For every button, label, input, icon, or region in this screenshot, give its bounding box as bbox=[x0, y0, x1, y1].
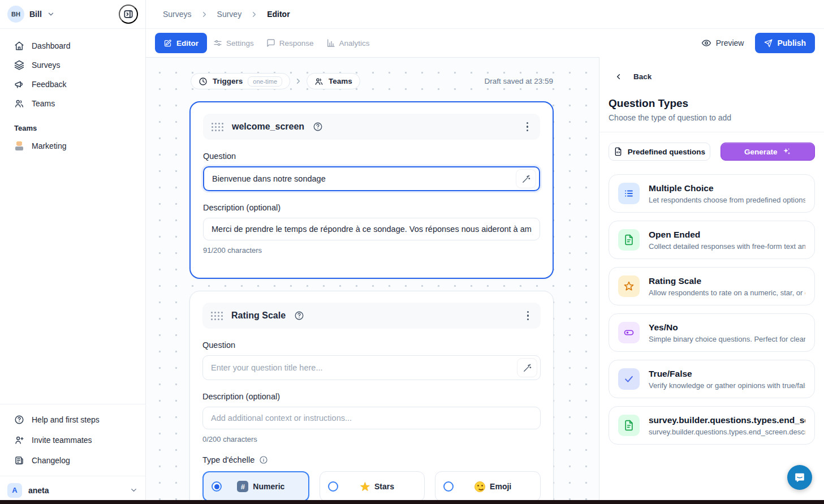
smiley-emoji-icon bbox=[474, 481, 485, 492]
trigger-frequency-badge: one-time bbox=[248, 76, 282, 87]
question-type-list: Multiple Choice Let respondents choose f… bbox=[599, 174, 824, 453]
generate-button[interactable]: Generate bbox=[721, 143, 815, 161]
sidebar-item-teams[interactable]: Teams bbox=[0, 94, 145, 113]
tab-analytics[interactable]: Analytics bbox=[320, 33, 376, 53]
tab-settings[interactable]: Settings bbox=[207, 33, 260, 53]
teams-chip-label: Teams bbox=[329, 77, 352, 85]
user-avatar: A bbox=[7, 483, 22, 498]
question-type-end-screen[interactable]: survey.builder.questions.types.end_scr..… bbox=[609, 406, 815, 445]
description-input[interactable] bbox=[202, 407, 541, 429]
sidebar-collapse-button[interactable] bbox=[119, 5, 138, 24]
sidebar-item-invite[interactable]: Invite teammates bbox=[0, 430, 145, 450]
info-icon[interactable] bbox=[259, 455, 268, 464]
sidebar-item-changelog[interactable]: Changelog bbox=[0, 450, 145, 471]
scale-type-label: Type d'échelle bbox=[202, 455, 541, 464]
file-text-icon bbox=[623, 234, 635, 245]
publish-button[interactable]: Publish bbox=[755, 33, 815, 53]
predefined-questions-button[interactable]: Predefined questions bbox=[609, 143, 710, 161]
users-icon bbox=[14, 98, 24, 109]
magic-wand-button[interactable] bbox=[516, 169, 536, 188]
question-type-open-ended[interactable]: Open Ended Collect detailed responses wi… bbox=[609, 221, 815, 259]
question-input-wrapper bbox=[203, 166, 540, 191]
question-type-title: Yes/No bbox=[649, 322, 805, 333]
users-icon bbox=[314, 77, 323, 86]
drag-handle-icon[interactable] bbox=[211, 312, 223, 320]
magic-wand-button[interactable] bbox=[517, 358, 537, 377]
panel-title: Question Types bbox=[609, 97, 815, 110]
radio-unselected[interactable] bbox=[443, 481, 454, 492]
radio-unselected[interactable] bbox=[328, 481, 338, 492]
card-menu-button[interactable] bbox=[523, 119, 532, 135]
scale-option-label: Stars bbox=[374, 482, 394, 491]
technologist-emoji bbox=[14, 141, 24, 150]
sidebar-footer: Help and first steps Invite teammates Ch… bbox=[0, 404, 145, 476]
question-card-welcome-screen[interactable]: welcome_screen Question Description (opt… bbox=[189, 101, 554, 279]
sidebar-item-dashboard[interactable]: Dashboard bbox=[0, 36, 145, 55]
chevron-right-icon bbox=[200, 10, 209, 19]
question-type-yes-no[interactable]: Yes/No Simple binary choice questions. P… bbox=[609, 313, 815, 352]
scale-option-emoji[interactable]: Emoji bbox=[435, 471, 541, 502]
question-type-title: True/False bbox=[649, 369, 805, 379]
question-type-rating-scale[interactable]: Rating Scale Allow respondents to rate o… bbox=[609, 267, 815, 305]
drag-handle-icon[interactable] bbox=[212, 123, 223, 131]
editor-canvas[interactable]: Triggers one-time Teams Draft saved at 2… bbox=[146, 57, 599, 504]
eye-icon bbox=[701, 38, 711, 48]
star-icon bbox=[623, 281, 635, 292]
panel-divider bbox=[599, 132, 824, 132]
help-circle-icon bbox=[14, 415, 24, 425]
help-circle-icon[interactable] bbox=[313, 122, 323, 132]
triggers-chip[interactable]: Triggers one-time bbox=[191, 73, 290, 89]
teams-section-label: Teams bbox=[0, 117, 145, 137]
chevron-down-icon bbox=[130, 486, 138, 494]
workspace-name: Bill bbox=[29, 10, 42, 19]
tab-response[interactable]: Response bbox=[260, 33, 320, 53]
sidebar-nav: Dashboard Surveys Feedback Teams bbox=[0, 29, 145, 117]
workspace-switcher[interactable]: BH Bill bbox=[0, 0, 145, 29]
preview-button[interactable]: Preview bbox=[701, 38, 744, 48]
description-label: Description (optional) bbox=[203, 203, 540, 212]
scale-option-numeric[interactable]: # Numeric bbox=[202, 471, 309, 502]
question-input[interactable] bbox=[206, 174, 512, 183]
layers-icon bbox=[14, 60, 24, 70]
question-type-multiple-choice[interactable]: Multiple Choice Let respondents choose f… bbox=[609, 174, 815, 213]
sidebar-item-surveys[interactable]: Surveys bbox=[0, 55, 145, 75]
card-title: Rating Scale bbox=[231, 311, 286, 321]
chevron-right-icon bbox=[250, 10, 258, 19]
file-code-icon bbox=[614, 147, 623, 156]
scale-option-stars[interactable]: ★ Stars bbox=[320, 471, 425, 502]
question-type-description: Simple binary choice questions. Perfect … bbox=[649, 335, 805, 343]
triggers-chip-label: Triggers bbox=[213, 77, 243, 85]
tab-label: Response bbox=[279, 39, 314, 48]
description-label: Description (optional) bbox=[202, 392, 541, 401]
sparkles-icon bbox=[782, 147, 791, 156]
question-type-title: Multiple Choice bbox=[649, 183, 805, 193]
chat-launcher-button[interactable] bbox=[787, 465, 812, 490]
teams-chip[interactable]: Teams bbox=[307, 73, 360, 89]
question-type-true-false[interactable]: True/False Verify knowledge or gather op… bbox=[609, 360, 815, 398]
star-emoji-icon: ★ bbox=[360, 481, 370, 492]
help-circle-icon[interactable] bbox=[294, 311, 304, 321]
back-button[interactable]: Back bbox=[614, 72, 815, 81]
question-type-title: survey.builder.questions.types.end_scr..… bbox=[649, 415, 805, 425]
sidebar-item-feedback[interactable]: Feedback bbox=[0, 75, 145, 94]
breadcrumb-survey[interactable]: Survey bbox=[217, 10, 242, 19]
magic-wand-icon bbox=[521, 174, 531, 184]
preview-label: Preview bbox=[716, 38, 744, 48]
tab-editor[interactable]: Editor bbox=[155, 33, 207, 53]
sidebar: BH Bill Dashboard Surveys Feedback T bbox=[0, 0, 146, 504]
question-label: Question bbox=[203, 152, 540, 161]
radio-selected[interactable] bbox=[212, 481, 222, 492]
send-icon bbox=[764, 39, 773, 48]
user-plus-icon bbox=[14, 435, 24, 445]
sidebar-item-label: Feedback bbox=[32, 80, 66, 89]
card-menu-button[interactable] bbox=[524, 308, 533, 324]
sidebar-item-help[interactable]: Help and first steps bbox=[0, 410, 145, 430]
scale-type-options: # Numeric ★ Stars bbox=[202, 471, 541, 502]
question-card-rating-scale[interactable]: Rating Scale Question Description (optio… bbox=[189, 291, 554, 504]
chevron-left-icon bbox=[614, 72, 623, 81]
question-input[interactable] bbox=[205, 363, 513, 372]
sidebar-team-marketing[interactable]: Marketing bbox=[0, 137, 145, 155]
chevron-down-icon bbox=[47, 10, 55, 18]
description-input[interactable] bbox=[203, 218, 540, 240]
breadcrumb-surveys[interactable]: Surveys bbox=[163, 10, 192, 19]
